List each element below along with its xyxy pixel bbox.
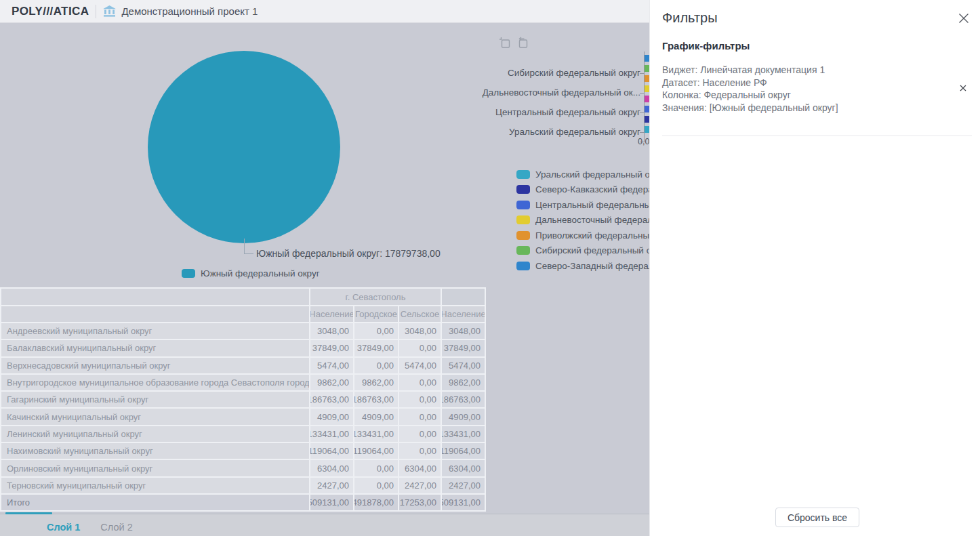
legend-label: Уральский федеральный округ [535,169,667,180]
table-cell[interactable]: 119064,00 [442,443,485,459]
legend-swatch [516,170,530,179]
table-row-label[interactable]: Верхнесадовский муниципальный округ [1,358,309,373]
bar-chart-toolbar [499,37,528,49]
bar-segment[interactable] [645,126,649,133]
table-cell[interactable]: 5474,00 [310,358,353,373]
x-axis-origin-label: 0,0 [638,137,649,146]
legend-swatch [516,231,530,240]
table-column-header[interactable]: Городское [354,306,398,322]
table-cell[interactable]: 0,00 [399,340,441,356]
legend-label: Сибирский федеральный округ [535,245,668,255]
bank-icon [102,5,117,18]
table-cell[interactable]: 2427,00 [399,478,441,493]
table-cell[interactable]: 0,00 [399,392,441,407]
table-cell[interactable]: 6304,00 [310,460,353,476]
table-cell[interactable]: 119064,00 [354,443,398,459]
tab-layer-1[interactable]: Слой 1 [47,522,80,533]
table-cell[interactable]: 0,00 [399,443,441,459]
table-row-label[interactable]: Качинский муниципальный округ [1,409,309,424]
table-cell[interactable]: 4909,00 [442,409,485,424]
table-cell[interactable]: 186763,00 [354,392,398,407]
table-cell[interactable]: 0,00 [354,323,398,339]
legend-swatch [516,246,530,255]
table-cell[interactable]: 5474,00 [442,358,485,373]
divider [96,5,96,18]
filters-panel: Фильтры График-фильтры Виджет: Линейчата… [649,0,980,536]
table-row-label[interactable]: Балаклавский муниципальный округ [1,340,309,356]
table-cell[interactable]: 0,00 [354,478,398,493]
table-cell[interactable]: 119064,00 [310,443,353,459]
table-cell[interactable]: 37849,00 [442,340,485,356]
axis-tick [640,93,645,94]
bar-category-label[interactable]: Центральный федеральный округ [417,107,640,117]
legend-swatch [182,269,195,278]
layer-tabs: Слой 1Слой 2 [47,522,133,533]
bar-segment[interactable] [645,75,649,82]
table-cell[interactable]: 3048,00 [310,323,353,339]
table-cell[interactable]: 6304,00 [399,460,441,476]
table-cell[interactable]: 4909,00 [354,409,398,424]
table-cell[interactable]: 37849,00 [310,340,353,356]
tab-layer-2[interactable]: Слой 2 [100,522,132,533]
reset-all-button[interactable]: Сбросить все [775,508,859,527]
axis-tick [640,73,645,74]
table-cell[interactable]: 5474,00 [399,358,441,373]
filter-detail-line: Виджет: Линейчатая документация 1 [662,64,838,77]
table-group-header[interactable]: г. Севастополь [310,289,441,305]
table-column-header[interactable]: Население [442,306,485,322]
box-select-icon[interactable] [499,37,510,49]
bar-segment[interactable] [645,85,649,92]
table-cell[interactable]: 186763,00 [442,392,485,407]
table-total-cell: 491878,00 [354,495,398,510]
table-row-label[interactable]: Нахимовский муниципальный округ [1,443,309,459]
table-cell[interactable]: 2427,00 [442,478,485,493]
table-cell[interactable]: 0,00 [399,375,441,390]
table-column-header[interactable]: Сельское [399,306,441,322]
project-title: Демонстрационный проект 1 [121,5,258,17]
legend-swatch [516,201,530,209]
undo-zoom-icon[interactable] [516,37,528,49]
table-row-label[interactable]: Терновский муниципальный округ [1,478,309,493]
app-logo[interactable]: POLY///ATICA [12,5,89,18]
bar-segment[interactable] [645,55,649,62]
table-column-header[interactable]: Население [310,306,353,322]
table-row-label[interactable]: Орлиновский муниципальный округ [1,460,309,476]
legend-swatch [516,215,530,224]
table-cell[interactable]: 3048,00 [399,323,441,339]
bar-segment[interactable] [645,96,649,102]
pie-slice-callout: Южный федеральный округ: 17879738,00 [256,248,441,259]
table-cell[interactable]: 2427,00 [310,478,353,493]
table-cell[interactable]: 0,00 [354,358,398,373]
table-cell[interactable]: 9862,00 [354,375,398,390]
table-cell[interactable]: 9862,00 [310,375,353,390]
table-cell[interactable]: 133431,00 [442,426,485,442]
bar-segment[interactable] [645,116,649,123]
table-cell[interactable]: 0,00 [354,460,398,476]
filters-panel-title: Фильтры [662,10,718,26]
bar-segment[interactable] [645,65,649,72]
bar-segment[interactable] [645,106,649,112]
table-cell[interactable]: 37849,00 [354,340,398,356]
table-cell[interactable]: 133431,00 [310,426,353,442]
table-cell[interactable]: 3048,00 [442,323,485,339]
remove-filter-icon[interactable] [960,85,966,91]
pie-chart[interactable] [148,51,340,243]
bar-category-label[interactable]: Дальневосточный федеральный ок... [417,87,640,98]
table-cell[interactable]: 9862,00 [442,375,485,390]
table-cell[interactable]: 186763,00 [310,392,353,407]
legend-item[interactable]: Южный федеральный округ [182,266,320,281]
table-cell[interactable]: 6304,00 [442,460,485,476]
table-cell[interactable]: 4909,00 [310,409,353,424]
table-row-label[interactable]: Гагаринский муниципальный округ [1,392,309,407]
close-icon[interactable] [958,13,969,24]
table-row-label[interactable]: Ленинский муниципальный округ [1,426,309,442]
filter-detail-line: Колонка: Федеральный округ [662,89,838,102]
table-cell[interactable]: 133431,00 [354,426,398,442]
table-cell[interactable]: 0,00 [399,426,441,442]
bar-category-label[interactable]: Сибирский федеральный округ [417,68,640,78]
bar-category-label[interactable]: Уральский федеральный округ [417,127,640,137]
table-cell[interactable]: 0,00 [399,409,441,424]
table-row-label[interactable]: Внутригородское муниципальное образовани… [1,375,309,390]
axis-tick [640,132,645,133]
table-row-label[interactable]: Андреевский муниципальный округ [1,323,309,339]
